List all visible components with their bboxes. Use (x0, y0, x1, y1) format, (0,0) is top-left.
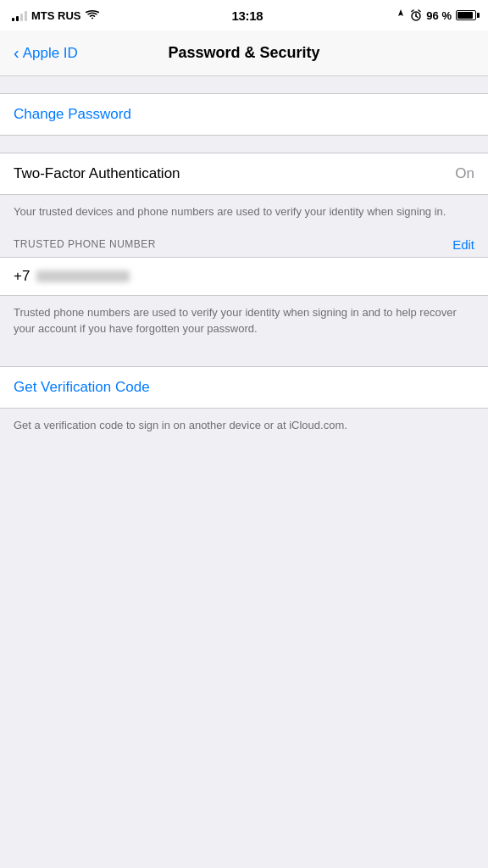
status-time: 13:18 (231, 8, 263, 23)
verification-code-description: Get a verification code to sign in on an… (0, 409, 488, 448)
alarm-icon (410, 9, 422, 21)
carrier-label: MTS RUS (31, 9, 81, 22)
spacer-2 (0, 136, 488, 153)
trusted-phone-header: TRUSTED PHONE NUMBER Edit (0, 231, 488, 257)
signal-icon (12, 9, 27, 21)
status-bar: MTS RUS 13:18 96 % (0, 0, 488, 31)
phone-number-row[interactable]: +7 (0, 257, 488, 296)
phone-prefix: +7 (14, 268, 30, 285)
battery-icon (456, 10, 476, 20)
spacer-3 (0, 349, 488, 366)
wifi-icon (86, 10, 99, 20)
bottom-space (0, 447, 488, 701)
trusted-phone-header-label: TRUSTED PHONE NUMBER (14, 238, 156, 250)
edit-button[interactable]: Edit (452, 237, 474, 252)
two-factor-value: On (455, 165, 474, 182)
navigation-bar: ‹ Apple ID Password & Security (0, 31, 488, 76)
battery-percent: 96 % (426, 9, 452, 22)
spacer-1 (0, 76, 488, 93)
trusted-phone-description: Trusted phone numbers are used to verify… (0, 296, 488, 349)
content-area: Change Password Two-Factor Authenticatio… (0, 76, 488, 701)
change-password-row[interactable]: Change Password (0, 94, 488, 135)
two-factor-description: Your trusted devices and phone numbers a… (0, 195, 488, 231)
status-left: MTS RUS (12, 9, 99, 22)
phone-number-redacted (36, 270, 130, 282)
svg-line-2 (416, 16, 418, 18)
two-factor-row[interactable]: Two-Factor Authentication On (0, 153, 488, 194)
page-title: Password & Security (14, 44, 474, 62)
get-verification-code-link[interactable]: Get Verification Code (14, 379, 150, 395)
change-password-card: Change Password (0, 93, 488, 136)
status-right: 96 % (396, 9, 476, 22)
two-factor-card: Two-Factor Authentication On (0, 153, 488, 195)
location-icon (396, 9, 406, 21)
two-factor-label: Two-Factor Authentication (14, 165, 180, 182)
change-password-link[interactable]: Change Password (14, 106, 131, 123)
verification-code-card: Get Verification Code (0, 366, 488, 409)
